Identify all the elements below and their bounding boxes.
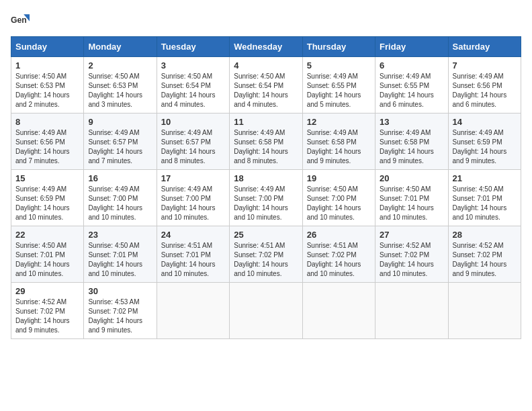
- day-info: Sunrise: 4:49 AM Sunset: 6:56 PM Dayligh…: [453, 72, 517, 109]
- day-number: 13: [380, 117, 443, 127]
- day-info: Sunrise: 4:53 AM Sunset: 7:02 PM Dayligh…: [88, 298, 152, 335]
- day-cell-10: 10 Sunrise: 4:49 AM Sunset: 6:57 PM Dayl…: [157, 113, 229, 170]
- day-cell-26: 26 Sunrise: 4:51 AM Sunset: 7:02 PM Dayl…: [302, 226, 375, 283]
- day-cell-12: 12 Sunrise: 4:49 AM Sunset: 6:58 PM Dayl…: [302, 113, 375, 170]
- day-cell-7: 7 Sunrise: 4:49 AM Sunset: 6:56 PM Dayli…: [448, 57, 521, 113]
- day-number: 30: [88, 286, 152, 296]
- day-cell-11: 11 Sunrise: 4:49 AM Sunset: 6:58 PM Dayl…: [230, 113, 302, 170]
- calendar-week-row: 22 Sunrise: 4:50 AM Sunset: 7:01 PM Dayl…: [11, 226, 521, 283]
- day-info: Sunrise: 4:50 AM Sunset: 6:53 PM Dayligh…: [88, 72, 152, 109]
- page-header: Gen: [11, 11, 521, 30]
- day-info: Sunrise: 4:50 AM Sunset: 7:01 PM Dayligh…: [15, 241, 79, 279]
- day-info: Sunrise: 4:49 AM Sunset: 6:57 PM Dayligh…: [161, 128, 225, 166]
- header-wednesday: Wednesday: [230, 37, 302, 57]
- day-info: Sunrise: 4:49 AM Sunset: 6:58 PM Dayligh…: [307, 128, 371, 166]
- day-cell-6: 6 Sunrise: 4:49 AM Sunset: 6:55 PM Dayli…: [375, 57, 448, 113]
- day-cell-20: 20 Sunrise: 4:50 AM Sunset: 7:01 PM Dayl…: [375, 170, 448, 226]
- day-number: 18: [234, 173, 298, 183]
- day-cell-8: 8 Sunrise: 4:49 AM Sunset: 6:56 PM Dayli…: [11, 113, 84, 170]
- header-saturday: Saturday: [448, 37, 521, 57]
- day-number: 6: [380, 60, 443, 71]
- calendar-week-row: 1 Sunrise: 4:50 AM Sunset: 6:53 PM Dayli…: [11, 57, 521, 113]
- day-number: 3: [161, 60, 225, 71]
- day-cell-13: 13 Sunrise: 4:49 AM Sunset: 6:58 PM Dayl…: [375, 113, 448, 170]
- day-number: 23: [88, 230, 152, 240]
- empty-cell: [375, 283, 448, 339]
- day-number: 15: [15, 173, 79, 183]
- day-cell-28: 28 Sunrise: 4:52 AM Sunset: 7:02 PM Dayl…: [448, 226, 521, 283]
- day-cell-15: 15 Sunrise: 4:49 AM Sunset: 6:59 PM Dayl…: [11, 170, 84, 226]
- day-number: 10: [161, 117, 225, 127]
- day-info: Sunrise: 4:49 AM Sunset: 6:59 PM Dayligh…: [15, 185, 79, 222]
- day-number: 21: [453, 173, 517, 183]
- day-number: 19: [307, 173, 371, 183]
- day-cell-14: 14 Sunrise: 4:49 AM Sunset: 6:59 PM Dayl…: [448, 113, 521, 170]
- day-number: 12: [307, 117, 371, 127]
- day-info: Sunrise: 4:52 AM Sunset: 7:02 PM Dayligh…: [453, 241, 517, 279]
- day-info: Sunrise: 4:50 AM Sunset: 6:53 PM Dayligh…: [15, 72, 79, 109]
- day-number: 9: [88, 117, 152, 127]
- day-number: 25: [234, 230, 298, 240]
- day-cell-17: 17 Sunrise: 4:49 AM Sunset: 7:00 PM Dayl…: [157, 170, 229, 226]
- day-info: Sunrise: 4:52 AM Sunset: 7:02 PM Dayligh…: [15, 298, 79, 335]
- day-number: 5: [307, 60, 371, 71]
- header-sunday: Sunday: [11, 37, 84, 57]
- day-cell-2: 2 Sunrise: 4:50 AM Sunset: 6:53 PM Dayli…: [84, 57, 157, 113]
- calendar-week-row: 8 Sunrise: 4:49 AM Sunset: 6:56 PM Dayli…: [11, 113, 521, 170]
- calendar-week-row: 15 Sunrise: 4:49 AM Sunset: 6:59 PM Dayl…: [11, 170, 521, 226]
- day-number: 22: [15, 230, 79, 240]
- header-tuesday: Tuesday: [157, 37, 229, 57]
- day-cell-19: 19 Sunrise: 4:50 AM Sunset: 7:00 PM Dayl…: [302, 170, 375, 226]
- empty-cell: [302, 283, 375, 339]
- day-number: 27: [380, 230, 443, 240]
- day-cell-18: 18 Sunrise: 4:49 AM Sunset: 7:00 PM Dayl…: [230, 170, 302, 226]
- day-cell-24: 24 Sunrise: 4:51 AM Sunset: 7:01 PM Dayl…: [157, 226, 229, 283]
- day-info: Sunrise: 4:51 AM Sunset: 7:02 PM Dayligh…: [234, 241, 298, 279]
- day-number: 11: [234, 117, 298, 127]
- day-number: 8: [15, 117, 79, 127]
- calendar-week-row: 29 Sunrise: 4:52 AM Sunset: 7:02 PM Dayl…: [11, 283, 521, 339]
- day-info: Sunrise: 4:49 AM Sunset: 6:57 PM Dayligh…: [88, 128, 152, 166]
- day-number: 29: [15, 286, 79, 296]
- day-cell-27: 27 Sunrise: 4:52 AM Sunset: 7:02 PM Dayl…: [375, 226, 448, 283]
- day-cell-25: 25 Sunrise: 4:51 AM Sunset: 7:02 PM Dayl…: [230, 226, 302, 283]
- svg-text:Gen: Gen: [11, 15, 27, 25]
- day-info: Sunrise: 4:50 AM Sunset: 6:54 PM Dayligh…: [161, 72, 225, 109]
- day-info: Sunrise: 4:50 AM Sunset: 7:01 PM Dayligh…: [380, 185, 443, 222]
- day-info: Sunrise: 4:50 AM Sunset: 6:54 PM Dayligh…: [234, 72, 298, 109]
- day-info: Sunrise: 4:49 AM Sunset: 7:00 PM Dayligh…: [88, 185, 152, 222]
- day-info: Sunrise: 4:49 AM Sunset: 7:00 PM Dayligh…: [234, 185, 298, 222]
- header-thursday: Thursday: [302, 37, 375, 57]
- day-number: 17: [161, 173, 225, 183]
- day-info: Sunrise: 4:49 AM Sunset: 7:00 PM Dayligh…: [161, 185, 225, 222]
- day-cell-1: 1 Sunrise: 4:50 AM Sunset: 6:53 PM Dayli…: [11, 57, 84, 113]
- day-info: Sunrise: 4:49 AM Sunset: 6:58 PM Dayligh…: [380, 128, 443, 166]
- day-number: 16: [88, 173, 152, 183]
- day-cell-22: 22 Sunrise: 4:50 AM Sunset: 7:01 PM Dayl…: [11, 226, 84, 283]
- day-number: 1: [15, 60, 79, 71]
- day-info: Sunrise: 4:49 AM Sunset: 6:59 PM Dayligh…: [453, 128, 517, 166]
- calendar-table: SundayMondayTuesdayWednesdayThursdayFrid…: [11, 36, 521, 339]
- day-info: Sunrise: 4:51 AM Sunset: 7:01 PM Dayligh…: [161, 241, 225, 279]
- day-info: Sunrise: 4:50 AM Sunset: 7:01 PM Dayligh…: [88, 241, 152, 279]
- day-info: Sunrise: 4:52 AM Sunset: 7:02 PM Dayligh…: [380, 241, 443, 279]
- day-number: 24: [161, 230, 225, 240]
- day-number: 14: [453, 117, 517, 127]
- empty-cell: [157, 283, 229, 339]
- day-info: Sunrise: 4:51 AM Sunset: 7:02 PM Dayligh…: [307, 241, 371, 279]
- day-number: 2: [88, 60, 152, 71]
- day-cell-16: 16 Sunrise: 4:49 AM Sunset: 7:00 PM Dayl…: [84, 170, 157, 226]
- day-cell-5: 5 Sunrise: 4:49 AM Sunset: 6:55 PM Dayli…: [302, 57, 375, 113]
- logo: Gen: [11, 11, 32, 30]
- day-cell-23: 23 Sunrise: 4:50 AM Sunset: 7:01 PM Dayl…: [84, 226, 157, 283]
- day-number: 26: [307, 230, 371, 240]
- day-info: Sunrise: 4:49 AM Sunset: 6:56 PM Dayligh…: [15, 128, 79, 166]
- day-cell-4: 4 Sunrise: 4:50 AM Sunset: 6:54 PM Dayli…: [230, 57, 302, 113]
- day-number: 4: [234, 60, 298, 71]
- header-friday: Friday: [375, 37, 448, 57]
- day-cell-3: 3 Sunrise: 4:50 AM Sunset: 6:54 PM Dayli…: [157, 57, 229, 113]
- day-info: Sunrise: 4:49 AM Sunset: 6:55 PM Dayligh…: [307, 72, 371, 109]
- day-info: Sunrise: 4:49 AM Sunset: 6:58 PM Dayligh…: [234, 128, 298, 166]
- day-cell-21: 21 Sunrise: 4:50 AM Sunset: 7:01 PM Dayl…: [448, 170, 521, 226]
- logo-icon: Gen: [11, 11, 30, 30]
